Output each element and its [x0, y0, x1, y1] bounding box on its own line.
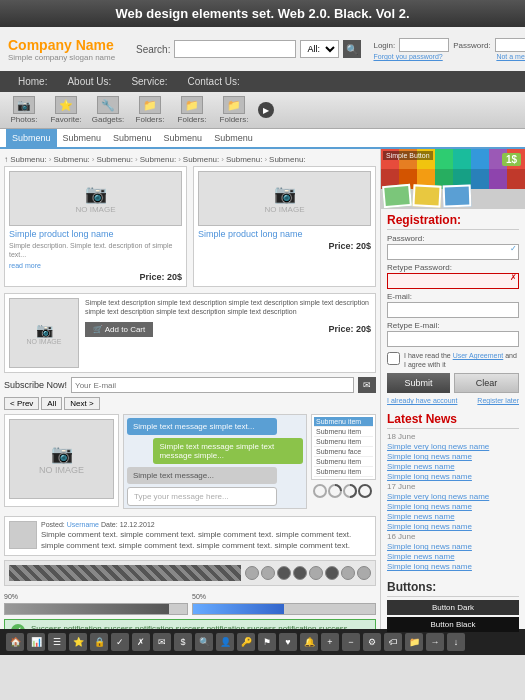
- nav-about[interactable]: About Us:: [57, 71, 121, 92]
- breadcrumb-item-5[interactable]: Submenu:: [183, 155, 219, 164]
- toolbar-folders2[interactable]: 📁 Folders:: [174, 96, 210, 124]
- breadcrumb-item-2[interactable]: Submenu:: [53, 155, 89, 164]
- next-page-button[interactable]: Next >: [64, 397, 99, 410]
- submit-button[interactable]: Submit: [387, 373, 450, 393]
- sub-nav-item-2[interactable]: Submenu: [57, 129, 108, 147]
- retype-email-input[interactable]: [387, 331, 519, 347]
- retype-password-field: Retype Password: ✗: [387, 263, 519, 289]
- bottom-icon-flag[interactable]: ⚑: [258, 633, 276, 651]
- news-link-2-3[interactable]: Simple news name: [387, 512, 519, 521]
- news-link-2-2[interactable]: Simple long news name: [387, 502, 519, 511]
- retype-password-input[interactable]: [387, 273, 519, 289]
- bottom-icon-search[interactable]: 🔍: [195, 633, 213, 651]
- search-button[interactable]: 🔍: [343, 40, 361, 58]
- bottom-icon-mail[interactable]: ✉: [153, 633, 171, 651]
- email-input[interactable]: [387, 302, 519, 318]
- dark-button-sample[interactable]: Button Dark: [387, 600, 519, 615]
- bottom-icon-lock[interactable]: 🔒: [90, 633, 108, 651]
- forgot-password-link[interactable]: Forgot you password?: [373, 53, 442, 60]
- news-link-1-2[interactable]: Simple long news name: [387, 452, 519, 461]
- bottom-icon-bell[interactable]: 🔔: [300, 633, 318, 651]
- sub-nav-item-4[interactable]: Submenu: [158, 129, 209, 147]
- breadcrumb-item-4[interactable]: Submenu:: [140, 155, 176, 164]
- search-select[interactable]: All:: [300, 40, 339, 58]
- news-link-2-4[interactable]: Simple long news name: [387, 522, 519, 531]
- bottom-icon-tag[interactable]: 🏷: [384, 633, 402, 651]
- news-date-3: 16 June: [387, 532, 519, 541]
- product-image-2: 📷 NO IMAGE: [198, 171, 371, 226]
- news-link-1-1[interactable]: Simple very long news name: [387, 442, 519, 451]
- password-field-input[interactable]: [387, 244, 519, 260]
- comment-username[interactable]: Username: [67, 521, 99, 528]
- product-wide-image: 📷 NO IMAGE: [9, 298, 79, 368]
- news-link-3-2[interactable]: Simple news name: [387, 552, 519, 561]
- toolbar-favorite[interactable]: ⭐ Favorite:: [48, 96, 84, 124]
- register-later-link[interactable]: Register later: [477, 397, 519, 404]
- subscribe-input[interactable]: [71, 377, 354, 393]
- agreement-checkbox[interactable]: [387, 352, 400, 365]
- submenu-item-1[interactable]: Submenu item: [314, 417, 373, 427]
- user-agreement-link[interactable]: User Agreement: [453, 352, 504, 359]
- clear-button[interactable]: Clear: [454, 373, 519, 393]
- sub-nav-item-1[interactable]: Submenu: [6, 129, 57, 147]
- play-button[interactable]: ▶: [258, 102, 274, 118]
- nav-home[interactable]: Home:: [8, 71, 57, 92]
- submenu-item-5[interactable]: Submenu item: [314, 457, 373, 467]
- breadcrumb-item-7[interactable]: Submenu:: [269, 155, 305, 164]
- bottom-icon-home[interactable]: 🏠: [6, 633, 24, 651]
- news-link-2-1[interactable]: Simple very long news name: [387, 492, 519, 501]
- bottom-icon-user[interactable]: 👤: [216, 633, 234, 651]
- bottom-icon-gear[interactable]: ⚙: [363, 633, 381, 651]
- sub-nav-item-5[interactable]: Submenu: [208, 129, 259, 147]
- bottom-icon-list[interactable]: ☰: [48, 633, 66, 651]
- news-link-1-3[interactable]: Simple news name: [387, 462, 519, 471]
- not-member-link[interactable]: Not a member?: [496, 53, 525, 60]
- add-to-cart-button[interactable]: 🛒 Add to Cart: [85, 322, 153, 337]
- bottom-icon-star[interactable]: ⭐: [69, 633, 87, 651]
- loader-icons: [245, 566, 371, 580]
- toolbar-folders1[interactable]: 📁 Folders:: [132, 96, 168, 124]
- prev-page-button[interactable]: < Prev: [4, 397, 39, 410]
- nav-contact[interactable]: Contact Us:: [178, 71, 250, 92]
- submenu-item-2[interactable]: Submenu item: [314, 427, 373, 437]
- login-input[interactable]: [399, 38, 449, 52]
- chat-input-bubble[interactable]: Type your message here...: [127, 487, 277, 506]
- search-input[interactable]: [174, 40, 296, 58]
- toolbar-folders3[interactable]: 📁 Folders:: [216, 96, 252, 124]
- read-more-link-1[interactable]: read more: [9, 262, 41, 269]
- progress-bar-1: [4, 603, 188, 615]
- toolbar-photos[interactable]: 📷 Photos:: [6, 96, 42, 124]
- black-button-sample[interactable]: Button Black: [387, 617, 519, 632]
- bottom-icon-down[interactable]: ↓: [447, 633, 465, 651]
- breadcrumb-item-6[interactable]: Submenu:: [226, 155, 262, 164]
- bottom-icon-dollar[interactable]: $: [174, 633, 192, 651]
- submenu-item-4[interactable]: Submenu face: [314, 447, 373, 457]
- toolbar-gadgets[interactable]: 🔧 Gadgets:: [90, 96, 126, 124]
- bottom-icon-check[interactable]: ✓: [111, 633, 129, 651]
- all-page-button[interactable]: All: [41, 397, 62, 410]
- bottom-icon-heart[interactable]: ♥: [279, 633, 297, 651]
- news-link-1-4[interactable]: Simple long news name: [387, 472, 519, 481]
- bottom-icon-key[interactable]: 🔑: [237, 633, 255, 651]
- nav-service[interactable]: Service:: [121, 71, 177, 92]
- bottom-icon-arrow[interactable]: →: [426, 633, 444, 651]
- news-link-3-1[interactable]: Simple long news name: [387, 542, 519, 551]
- password-input[interactable]: [495, 38, 525, 52]
- breadcrumb-item-1[interactable]: ↑ Submenu:: [4, 155, 47, 164]
- subscribe-button[interactable]: ✉: [358, 377, 376, 393]
- bottom-icon-plus[interactable]: +: [321, 633, 339, 651]
- product-name-2[interactable]: Simple product long name: [198, 229, 371, 239]
- submenu-item-3[interactable]: Submenu item: [314, 437, 373, 447]
- news-link-3-3[interactable]: Simple long news name: [387, 562, 519, 571]
- submenu-item-6[interactable]: Submenu item: [314, 467, 373, 477]
- product-name-1[interactable]: Simple product long name: [9, 229, 182, 239]
- bottom-icon-minus[interactable]: −: [342, 633, 360, 651]
- already-account-link[interactable]: I already have account: [387, 397, 457, 404]
- breadcrumb-item-3[interactable]: Submenu:: [97, 155, 133, 164]
- sub-nav-item-3[interactable]: Submenu: [107, 129, 158, 147]
- bottom-icon-x[interactable]: ✗: [132, 633, 150, 651]
- bottom-icon-chart[interactable]: 📊: [27, 633, 45, 651]
- bottom-icon-folder[interactable]: 📁: [405, 633, 423, 651]
- agreement-checkbox-row: I have read the User Agreement and I agr…: [387, 351, 519, 369]
- registration-section: Registration: Password: ✓ Retype Passwor…: [381, 209, 525, 408]
